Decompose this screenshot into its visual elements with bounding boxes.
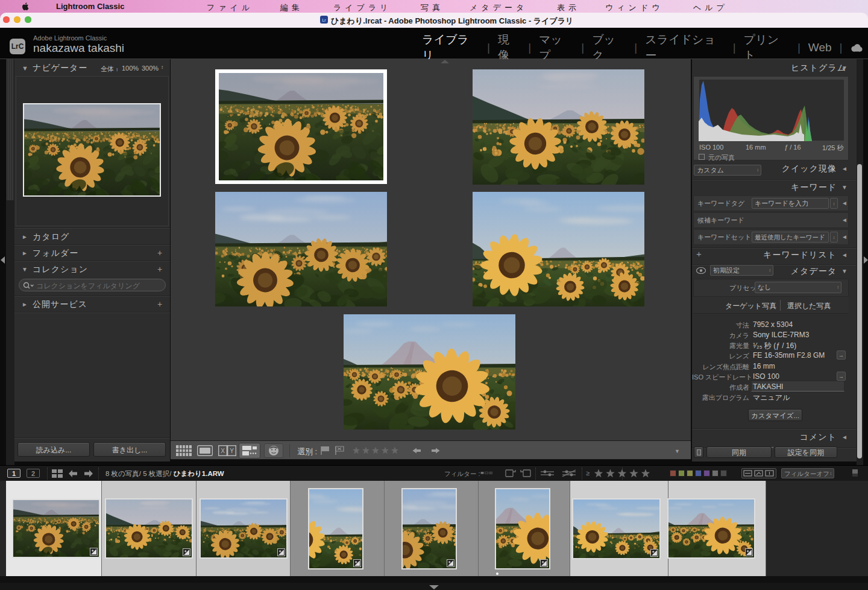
svg-text:Y: Y	[230, 448, 234, 454]
svg-text:X: X	[221, 448, 225, 454]
svg-text:Lr: Lr	[322, 18, 326, 22]
